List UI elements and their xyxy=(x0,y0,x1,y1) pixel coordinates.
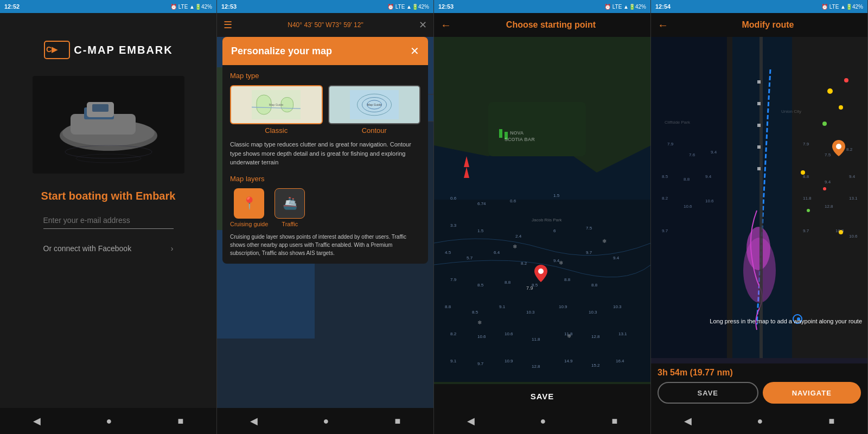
svg-text:11.8: 11.8 xyxy=(803,196,812,201)
starting-point-map[interactable]: 0.6 6.74 0.6 1.5 3.3 1.5 2.4 6 7.5 4.5 5… xyxy=(434,37,650,384)
nav-square-btn-2[interactable]: ■ xyxy=(395,416,401,427)
svg-text:Map Guide: Map Guide xyxy=(367,103,381,106)
svg-text:12.8: 12.8 xyxy=(532,364,540,369)
bottom-nav-4: ◀ ● ■ xyxy=(651,408,867,434)
status-time-4: 12:54 xyxy=(655,3,671,10)
dialog-close-icon[interactable]: ✕ xyxy=(410,44,419,58)
svg-text:16.4: 16.4 xyxy=(616,359,624,363)
nav-home-btn-1[interactable]: ● xyxy=(106,416,112,427)
svg-text:7.5: 7.5 xyxy=(825,152,831,157)
boat-illustration xyxy=(33,76,184,174)
layer-traffic[interactable]: 🚢 Traffic xyxy=(275,188,305,227)
map-types-container: Map Guide Classic Map Guid xyxy=(230,85,420,135)
navigate-button[interactable]: NAVIGATE xyxy=(763,382,861,404)
svg-text:Map Guide: Map Guide xyxy=(269,103,283,106)
map-type-contour[interactable]: Map Guide Contour xyxy=(328,85,421,135)
save-route-button[interactable]: SAVE xyxy=(658,382,758,404)
svg-text:13.1: 13.1 xyxy=(618,331,627,336)
back-arrow-icon-4[interactable]: ← xyxy=(658,19,668,31)
facebook-connect[interactable]: Or connect with Facebook › xyxy=(43,244,174,253)
svg-text:8.8: 8.8 xyxy=(445,304,451,309)
route-time-display: 3h 54m (19.77 nm) xyxy=(658,368,861,378)
svg-text:8.2: 8.2 xyxy=(521,261,527,266)
svg-rect-8 xyxy=(92,104,108,112)
starting-point-top-bar: ← Choose starting point xyxy=(434,13,650,37)
nav-back-btn-4[interactable]: ◀ xyxy=(684,415,692,427)
map-type-classic[interactable]: Map Guide Classic xyxy=(230,85,323,135)
save-label-3[interactable]: SAVE xyxy=(531,392,554,401)
nav-home-btn-4[interactable]: ● xyxy=(757,416,763,427)
svg-text:5.7: 5.7 xyxy=(467,256,473,260)
nav-back-btn-1[interactable]: ◀ xyxy=(33,415,41,427)
svg-text:13.1: 13.1 xyxy=(849,196,858,201)
layer-cruising-guide[interactable]: 📍 Cruising guide xyxy=(230,188,268,227)
classic-thumbnail: Map Guide xyxy=(230,85,323,124)
dialog-header: Personalize your map ✕ xyxy=(222,37,428,65)
svg-text:9.7: 9.7 xyxy=(477,361,484,366)
nav-home-btn-3[interactable]: ● xyxy=(540,416,546,427)
svg-text:❄: ❄ xyxy=(567,333,571,339)
email-input[interactable] xyxy=(43,216,174,225)
status-icons-4: ⏰ LTE ▲🔋42% xyxy=(821,4,863,10)
status-bar-1: 12:52 ⏰ LTE ▲🔋42% xyxy=(0,0,216,13)
close-icon[interactable]: ✕ xyxy=(419,19,427,31)
nav-home-btn-2[interactable]: ● xyxy=(323,416,329,427)
route-bottom-bar: 3h 54m (19.77 nm) SAVE NAVIGATE xyxy=(651,363,867,408)
svg-text:6: 6 xyxy=(553,228,556,233)
svg-point-105 xyxy=(844,78,848,82)
svg-point-99 xyxy=(746,227,770,270)
svg-text:8.8: 8.8 xyxy=(564,277,571,282)
svg-text:7.6: 7.6 xyxy=(689,152,695,157)
svg-text:7.9: 7.9 xyxy=(667,142,674,146)
back-arrow-icon-3[interactable]: ← xyxy=(441,19,451,31)
svg-text:8.8: 8.8 xyxy=(591,283,598,288)
waypoint-hint: Long press in the map to add a waypoint … xyxy=(678,317,862,326)
nav-square-btn-3[interactable]: ■ xyxy=(612,416,618,427)
svg-text:3.3: 3.3 xyxy=(450,223,457,228)
svg-text:10.6: 10.6 xyxy=(705,199,714,203)
svg-rect-135 xyxy=(757,102,761,105)
nav-back-btn-2[interactable]: ◀ xyxy=(250,415,258,427)
modify-route-map[interactable]: 7.9 7.6 9.4 8.5 8.8 9.4 7.9 7.5 8.2 8.8 … xyxy=(651,37,867,358)
hamburger-icon[interactable]: ☰ xyxy=(224,19,232,31)
status-icons-2: ⏰ LTE ▲🔋42% xyxy=(387,4,429,10)
svg-rect-137 xyxy=(757,145,761,149)
nav-square-btn-4[interactable]: ■ xyxy=(829,416,835,427)
cruising-guide-label: Cruising guide xyxy=(230,221,268,227)
svg-text:9.7: 9.7 xyxy=(803,228,809,233)
nav-square-btn-1[interactable]: ■ xyxy=(178,416,184,427)
map-svg-3: 0.6 6.74 0.6 1.5 3.3 1.5 2.4 6 7.5 4.5 5… xyxy=(434,37,651,382)
svg-text:8.2: 8.2 xyxy=(450,331,457,336)
svg-text:8.5: 8.5 xyxy=(477,283,484,288)
status-bar-2: 12:53 ⏰ LTE ▲🔋42% xyxy=(217,0,433,13)
svg-text:7.9: 7.9 xyxy=(450,277,457,282)
svg-text:10.6: 10.6 xyxy=(684,204,692,209)
contour-label: Contour xyxy=(362,126,387,135)
bottom-nav-1: ◀ ● ■ xyxy=(0,408,216,434)
svg-text:❄: ❄ xyxy=(559,260,563,266)
status-icons-1: ⏰ LTE ▲🔋42% xyxy=(170,4,212,10)
svg-text:Cliffside Park: Cliffside Park xyxy=(665,120,691,125)
layer-description: Cruising guide layer shows points of int… xyxy=(230,233,420,257)
classic-thumb-svg: Map Guide xyxy=(252,90,301,119)
svg-point-104 xyxy=(822,122,827,126)
svg-text:NOVA: NOVA xyxy=(510,130,524,136)
traffic-icon: 🚢 xyxy=(275,188,305,219)
map-personalize-panel: 12:53 ⏰ LTE ▲🔋42% ☰ N40° 43' 50" W73° 59… xyxy=(217,0,434,434)
svg-text:9.1: 9.1 xyxy=(450,359,457,363)
svg-text:8.2: 8.2 xyxy=(662,196,668,201)
svg-text:12.8: 12.8 xyxy=(825,204,833,209)
svg-rect-100 xyxy=(760,37,763,358)
bottom-nav-2: ◀ ● ■ xyxy=(217,408,433,434)
logo-text: C-MAP EMBARK xyxy=(74,44,173,56)
svg-text:8.5: 8.5 xyxy=(662,174,668,179)
map-svg-4: 7.9 7.6 9.4 8.5 8.8 9.4 7.9 7.5 8.2 8.8 … xyxy=(651,37,868,358)
tagline: Start boating with Embark xyxy=(30,190,187,202)
svg-text:15.2: 15.2 xyxy=(591,363,600,368)
facebook-text: Or connect with Facebook xyxy=(43,244,132,253)
svg-text:0.6: 0.6 xyxy=(510,199,516,203)
nav-back-btn-3[interactable]: ◀ xyxy=(467,415,475,427)
svg-text:9.4: 9.4 xyxy=(849,174,856,179)
svg-text:2.4: 2.4 xyxy=(515,234,522,239)
email-input-container[interactable] xyxy=(43,215,174,229)
